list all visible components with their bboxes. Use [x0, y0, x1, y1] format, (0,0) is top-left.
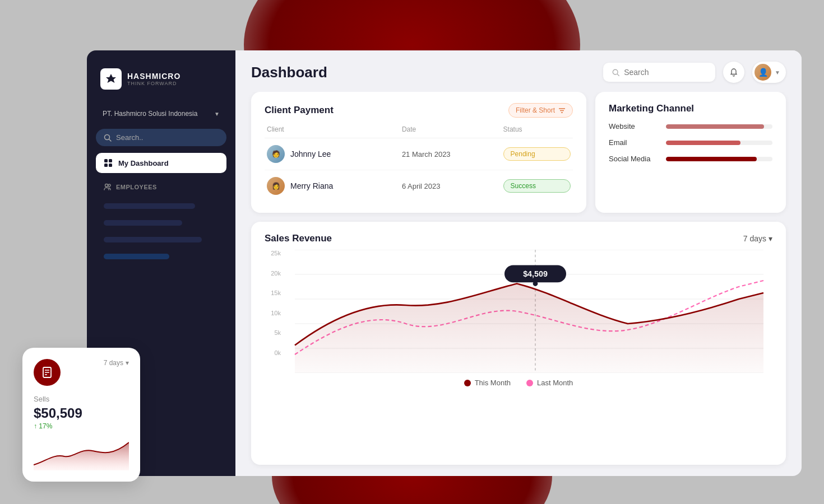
sells-amount: $50,509 — [34, 405, 129, 421]
client-name: Johnny Lee — [290, 150, 331, 158]
client-info: 🧑 Johnny Lee — [267, 145, 402, 163]
avatar: 👩 — [267, 177, 285, 195]
filter-icon — [558, 107, 566, 114]
marketing-row-social: Social Media — [609, 155, 772, 163]
main-content: Dashboard 👤 ▼ — [235, 50, 802, 476]
section-employees: EMPLOYEES — [96, 180, 226, 194]
legend-last-month: Last Month — [526, 379, 573, 387]
y-label: 10k — [265, 310, 284, 316]
page-title: Dashboard — [251, 64, 327, 81]
sales-header: Sales Revenue 7 days ▾ — [265, 233, 772, 244]
search-box[interactable] — [603, 63, 715, 82]
payment-date: 21 March 2023 — [402, 150, 503, 158]
user-avatar-button[interactable]: 👤 ▼ — [752, 62, 786, 83]
payment-row: 🧑 Johnny Lee 21 March 2023 Pending — [265, 138, 573, 170]
logo-icon — [100, 68, 122, 90]
channel-label: Email — [609, 138, 659, 147]
sells-growth: ↑ 17% — [34, 422, 129, 430]
client-name: Merry Riana — [290, 181, 333, 190]
avatar: 👤 — [754, 64, 771, 81]
sales-chart: 0k 5k 10k 15k 20k 25k — [265, 250, 772, 373]
bell-icon — [729, 68, 738, 77]
notification-button[interactable] — [723, 62, 744, 83]
marketing-row-email: Email — [609, 138, 772, 147]
client-info: 👩 Merry Riana — [267, 177, 402, 195]
bar-container — [666, 124, 772, 129]
company-name: PT. Hashmicro Solusi Indonesia — [103, 110, 197, 118]
logo-area: HASHMICRO THINK FORWARD — [96, 64, 226, 99]
bar-container — [666, 141, 772, 145]
days-mini-label: 7 days — [104, 359, 123, 367]
sidebar-item-label: My Dashboard — [118, 159, 169, 167]
svg-rect-3 — [109, 159, 112, 162]
days-selector[interactable]: 7 days ▾ — [743, 234, 772, 243]
company-selector[interactable]: PT. Hashmicro Solusi Indonesia ▼ — [96, 105, 226, 122]
sales-title: Sales Revenue — [265, 233, 332, 244]
y-label: 20k — [265, 270, 284, 277]
client-payment-header: Client Payment Filter & Short — [265, 103, 573, 118]
floating-sells-card: 7 days ▾ Sells $50,509 ↑ 17% — [22, 348, 140, 482]
chevron-down-icon: ▼ — [775, 69, 780, 76]
top-row: Client Payment Filter & Short Client — [251, 92, 786, 213]
bar-fill — [666, 141, 740, 145]
brand-tagline: THINK FORWARD — [127, 81, 180, 86]
days-mini[interactable]: 7 days ▾ — [104, 359, 129, 367]
logo-text: HASHMICRO THINK FORWARD — [127, 72, 180, 86]
sells-icon — [34, 359, 61, 386]
sidebar-search-placeholder: Search.. — [116, 133, 143, 142]
svg-rect-5 — [109, 164, 112, 167]
marketing-row-website: Website — [609, 122, 772, 130]
y-axis: 0k 5k 10k 15k 20k 25k — [265, 250, 284, 356]
search-input[interactable] — [624, 68, 706, 77]
marketing-channel-title: Marketing Channel — [609, 103, 694, 114]
payment-date: 6 April 2023 — [402, 182, 503, 190]
filter-button[interactable]: Filter & Short — [508, 103, 573, 118]
chart-legend: This Month Last Month — [265, 379, 772, 387]
sidebar-item-dashboard[interactable]: My Dashboard — [96, 153, 226, 173]
y-label: 5k — [265, 329, 284, 336]
bar-fill — [666, 124, 764, 129]
legend-dot — [464, 380, 471, 386]
header: Dashboard 👤 ▼ — [235, 50, 802, 92]
header-search-icon — [612, 68, 619, 77]
employees-icon — [104, 183, 112, 191]
client-payment-card: Client Payment Filter & Short Client — [251, 92, 586, 213]
sidebar-search[interactable]: Search.. — [96, 129, 226, 146]
svg-line-1 — [109, 139, 112, 141]
header-right: 👤 ▼ — [603, 62, 786, 83]
days-label: 7 days — [743, 234, 766, 243]
svg-line-9 — [617, 74, 619, 76]
col-status: Status — [503, 125, 571, 133]
legend-label: This Month — [475, 379, 511, 387]
nav-placeholder-2 — [104, 220, 182, 226]
svg-point-6 — [105, 184, 108, 187]
client-payment-title: Client Payment — [265, 105, 334, 116]
marketing-channel-header: Marketing Channel — [609, 103, 772, 114]
channel-label: Website — [609, 122, 659, 130]
chart-svg: $4,509 — [286, 250, 772, 373]
bar-container — [666, 157, 772, 161]
search-icon — [104, 134, 112, 142]
svg-point-7 — [108, 184, 110, 186]
payment-table-header: Client Date Status — [265, 125, 573, 138]
payment-row: 👩 Merry Riana 6 April 2023 Success — [265, 170, 573, 202]
legend-dot — [526, 380, 533, 386]
dashboard-icon — [104, 158, 113, 167]
legend-label: Last Month — [537, 379, 573, 387]
svg-rect-4 — [104, 164, 108, 167]
svg-rect-2 — [104, 159, 108, 162]
nav-placeholder-3 — [104, 237, 202, 242]
marketing-channel-card: Marketing Channel Website Email — [595, 92, 786, 213]
brand-name: HASHMICRO — [127, 72, 180, 81]
floating-card-header: 7 days ▾ — [34, 359, 129, 386]
sells-label: Sells — [34, 395, 129, 403]
legend-this-month: This Month — [464, 379, 511, 387]
chevron-down-icon: ▾ — [126, 359, 129, 367]
col-client: Client — [267, 125, 402, 133]
dashboard-body: Client Payment Filter & Short Client — [235, 92, 802, 476]
nav-placeholder-1 — [104, 203, 195, 209]
y-label: 25k — [265, 250, 284, 256]
nav-placeholder-4 — [104, 254, 169, 259]
y-label: 0k — [265, 349, 284, 356]
y-label: 15k — [265, 290, 284, 296]
